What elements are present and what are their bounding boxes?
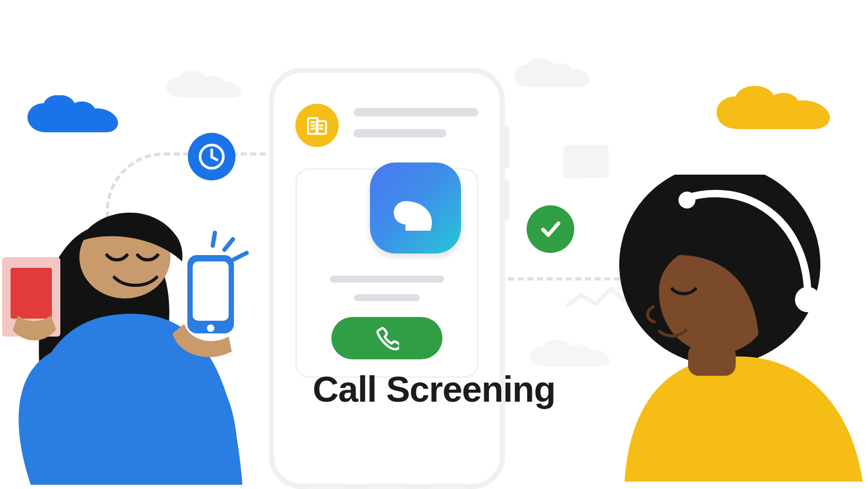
document-badge-icon (295, 104, 339, 147)
svg-line-13 (213, 233, 215, 246)
grey-cloud-3-icon (527, 339, 612, 370)
header-placeholder-lines (354, 104, 478, 138)
svg-point-20 (795, 287, 820, 312)
svg-line-12 (224, 239, 233, 250)
caller-card (295, 168, 478, 378)
svg-line-14 (234, 253, 247, 259)
phone-nav-placeholders (295, 486, 478, 489)
phone-handset-icon (375, 326, 399, 350)
bixby-logo-icon (370, 162, 461, 253)
grey-cloud-1-icon (164, 70, 243, 102)
svg-point-17 (207, 324, 214, 332)
blue-cloud-icon (25, 95, 121, 143)
grey-cloud-2-icon (512, 57, 592, 91)
svg-point-21 (679, 192, 695, 209)
svg-rect-11 (11, 268, 52, 319)
phone-frame (269, 68, 505, 489)
svg-point-19 (702, 293, 723, 321)
page-title: Call Screening (0, 368, 868, 410)
card-placeholder-lines (323, 276, 450, 301)
user-illustration (0, 188, 274, 485)
phone-header (295, 104, 478, 147)
chat-bubble-icon (563, 145, 609, 178)
answer-call-button[interactable] (331, 317, 442, 359)
yellow-cloud-icon (715, 84, 836, 137)
agent-illustration (609, 175, 868, 482)
checkmark-badge-icon (527, 205, 574, 253)
svg-rect-16 (193, 261, 229, 321)
clock-badge-icon (188, 133, 236, 180)
